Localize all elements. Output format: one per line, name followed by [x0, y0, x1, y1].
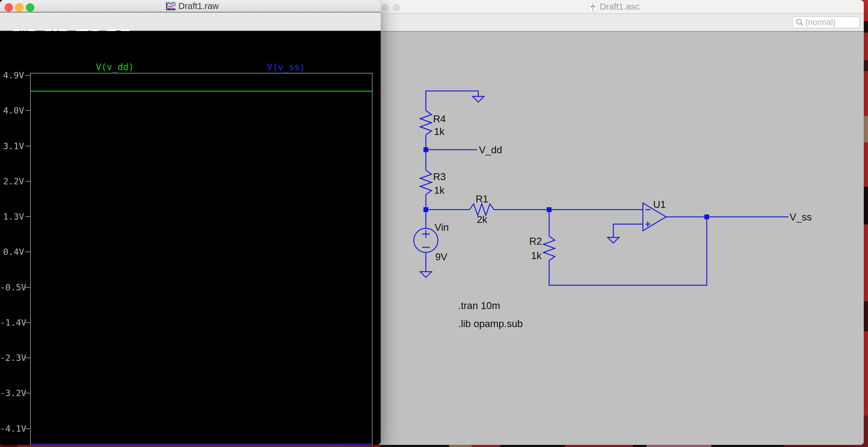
waveform-plot-pane[interactable]: 4.9V4.0V3.1V2.2V1.3V0.4V-0.5V-1.4V-2.3V-… — [0, 31, 381, 445]
net-label-vss[interactable]: V_ss — [789, 212, 812, 223]
search-placeholder: (normal) — [805, 18, 836, 27]
y-axis-tick-label: -3.2V — [0, 388, 24, 398]
directive-lib[interactable]: .lib opamp.sub — [458, 318, 523, 329]
junction-dot — [704, 215, 709, 219]
zoom-button[interactable] — [26, 3, 34, 12]
y-axis-tick-label: 2.2V — [0, 177, 24, 186]
net-label-vdd[interactable]: V_dd — [479, 144, 502, 155]
traffic-light-dim-2[interactable] — [393, 4, 400, 11]
schematic-window: Draft1.asc (nor — [371, 0, 864, 445]
y-axis-tick-label: -2.3V — [0, 353, 24, 363]
wires[interactable] — [426, 91, 788, 285]
y-axis-tick-label: -0.5V — [0, 283, 24, 292]
schematic-titlebar[interactable]: Draft1.asc — [371, 0, 864, 13]
search-icon — [796, 19, 804, 26]
label-U1-ref[interactable]: U1 — [653, 199, 666, 210]
y-axis-tick — [25, 110, 30, 111]
junction-dot — [424, 207, 428, 212]
resistor-R3[interactable] — [420, 170, 432, 195]
label-R1-value[interactable]: 2k — [477, 214, 487, 225]
trace-label-V(v_dd)[interactable]: V(v_dd) — [96, 62, 134, 72]
junction-dot — [547, 207, 552, 212]
y-axis-tick — [25, 146, 30, 147]
y-axis-tick — [25, 181, 30, 182]
resistor-R4[interactable] — [420, 110, 432, 135]
label-R3-value[interactable]: 1k — [434, 185, 444, 196]
y-axis-tick-label: 0.4V — [0, 247, 24, 257]
window-title: Draft1.raw — [179, 0, 219, 12]
schematic-file-icon — [588, 2, 597, 12]
label-R2-ref[interactable]: R2 — [529, 235, 542, 247]
label-R4-ref[interactable]: R4 — [433, 113, 446, 124]
label-R4-value[interactable]: 1k — [434, 126, 444, 137]
y-axis-tick — [25, 252, 30, 252]
label-Vin-value[interactable]: 9V — [435, 251, 447, 262]
label-R3-ref[interactable]: R3 — [433, 171, 446, 182]
trace-V(v_ss)[interactable] — [31, 444, 372, 445]
y-axis-tick-label: 1.3V — [0, 212, 24, 221]
waveform-titlebar[interactable]: Draft1.raw — [0, 0, 381, 12]
y-axis-tick — [25, 216, 30, 217]
label-Vin-ref[interactable]: Vin — [435, 222, 449, 233]
label-R2-value[interactable]: 1k — [531, 250, 541, 261]
directive-tran[interactable]: .tran 10m — [458, 300, 500, 311]
trace-V(v_dd)[interactable] — [31, 91, 372, 92]
search-input[interactable]: (normal) — [792, 16, 860, 28]
traffic-light-dim-1[interactable] — [381, 4, 389, 11]
waveform-file-icon — [165, 1, 176, 11]
waveform-toolbar: x = 16.58msy = -2.229V — [0, 12, 381, 31]
window-title: Draft1.asc — [600, 0, 640, 13]
schematic-toolbar: (normal) — [371, 14, 864, 31]
junction-dot — [424, 147, 428, 152]
y-axis-tick-label: -4.1V — [0, 424, 24, 434]
trace-label-V(v_ss)[interactable]: V(v_ss) — [267, 62, 305, 72]
minimize-button[interactable] — [15, 3, 24, 12]
ground-symbol[interactable] — [420, 96, 619, 278]
waveform-window: Draft1.raw — [0, 0, 381, 445]
y-axis-tick-label: 3.1V — [0, 141, 24, 151]
resistor-R2[interactable] — [544, 236, 555, 260]
plot-frame — [30, 73, 373, 445]
y-axis-tick-label: -1.4V — [0, 318, 24, 327]
schematic-drawing[interactable]: R4 1k R3 1k R1 2k R2 1k Vin 9V U1 V_dd V… — [371, 32, 864, 445]
y-axis-tick-label: 4.9V — [0, 70, 24, 80]
y-axis-tick — [25, 75, 30, 75]
voltage-source-Vin[interactable] — [414, 228, 438, 252]
close-button[interactable] — [4, 3, 13, 12]
y-axis-tick-label: 4.0V — [0, 106, 24, 115]
label-R1-ref[interactable]: R1 — [475, 193, 488, 204]
